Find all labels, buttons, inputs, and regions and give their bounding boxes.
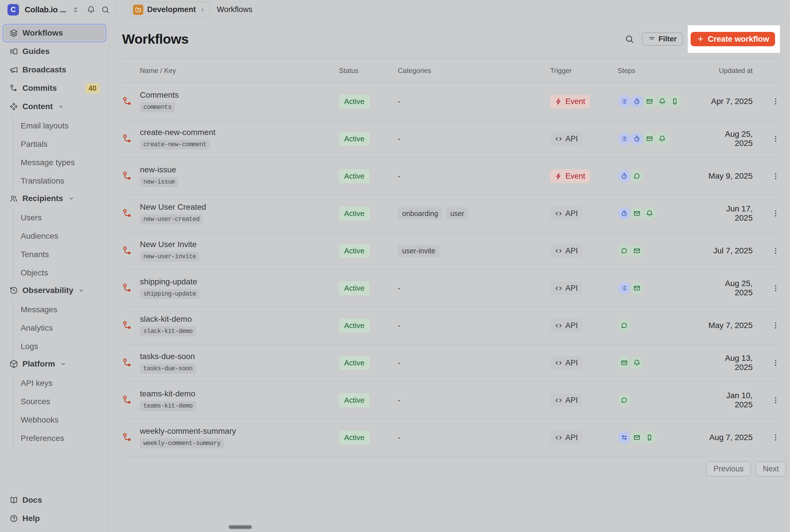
row-menu-kebab-icon[interactable] bbox=[771, 209, 780, 218]
workflow-key: teams-kit-demo bbox=[140, 401, 196, 411]
email-icon bbox=[633, 210, 641, 217]
code-icon bbox=[555, 210, 562, 217]
in-app-step bbox=[656, 95, 669, 108]
trigger-label: API bbox=[565, 246, 578, 255]
sidebar-item-preferences[interactable]: Preferences bbox=[13, 429, 105, 448]
workflow-icon bbox=[122, 320, 132, 330]
sidebar-item-logs[interactable]: Logs bbox=[13, 337, 105, 356]
workflow-key: new-user-invite bbox=[140, 252, 199, 262]
panels-icon bbox=[9, 47, 18, 56]
sidebar-search-icon[interactable] bbox=[101, 5, 110, 14]
sidebar-item-observability[interactable]: Observability bbox=[3, 282, 105, 299]
workflow-row-teams-kit-demo[interactable]: teams-kit-demo teams-kit-demo Active - A… bbox=[122, 382, 780, 419]
row-menu-kebab-icon[interactable] bbox=[771, 172, 780, 180]
sidebar-item-help[interactable]: Help bbox=[3, 510, 105, 527]
notifications-bell-icon[interactable] bbox=[87, 5, 95, 14]
steps-cell bbox=[618, 95, 707, 108]
updated-at: Apr 7, 2025 bbox=[707, 97, 753, 106]
workflow-row-comments[interactable]: Comments comments Active - Event Apr 7, … bbox=[122, 83, 780, 120]
sidebar-item-translations[interactable]: Translations bbox=[13, 172, 105, 190]
batch-step bbox=[618, 95, 631, 108]
workflow-row-new-user-invite[interactable]: New User Invite new-user-invite Active u… bbox=[122, 232, 780, 270]
row-menu-kebab-icon[interactable] bbox=[771, 321, 780, 330]
sidebar-item-workflows[interactable]: Workflows bbox=[3, 25, 105, 41]
updated-at: Aug 7, 2025 bbox=[707, 433, 753, 442]
sidebar-item-label: Docs bbox=[22, 495, 42, 505]
trigger-badge: API bbox=[550, 319, 583, 332]
sidebar-item-guides[interactable]: Guides bbox=[3, 43, 105, 60]
workflow-icon bbox=[122, 283, 132, 293]
sidebar-item-objects[interactable]: Objects bbox=[13, 264, 105, 282]
sidebar-item-tenants[interactable]: Tenants bbox=[13, 245, 105, 264]
row-menu-kebab-icon[interactable] bbox=[771, 97, 780, 106]
sidebar-item-platform[interactable]: Platform bbox=[3, 356, 105, 372]
email-icon bbox=[646, 98, 653, 105]
workflow-name: new-issue bbox=[140, 165, 176, 174]
fetch-icon bbox=[620, 434, 628, 441]
trigger-badge: API bbox=[550, 132, 583, 146]
chevrons-up-down-icon[interactable] bbox=[72, 6, 79, 14]
categories-cell: - bbox=[398, 284, 550, 293]
workflow-row-shipping-update[interactable]: shipping-update shipping-update Active -… bbox=[122, 270, 780, 307]
sidebar-item-api-keys[interactable]: API keys bbox=[13, 374, 105, 393]
sidebar-item-sources[interactable]: Sources bbox=[13, 393, 105, 411]
workflow-row-slack-kit-demo[interactable]: slack-kit-demo slack-kit-demo Active - A… bbox=[122, 307, 780, 344]
sidebar-item-recipients[interactable]: Recipients bbox=[3, 190, 105, 207]
workflow-icon bbox=[122, 395, 132, 405]
filter-button[interactable]: Filter bbox=[642, 33, 683, 46]
sidebar-item-broadcasts[interactable]: Broadcasts bbox=[3, 61, 105, 78]
column-header-status: Status bbox=[339, 66, 398, 75]
row-menu-kebab-icon[interactable] bbox=[771, 246, 780, 255]
sidebar-item-partials[interactable]: Partials bbox=[13, 135, 105, 153]
workflow-key: comments bbox=[140, 102, 175, 112]
chevron-right-icon bbox=[200, 7, 206, 13]
sidebar-item-webhooks[interactable]: Webhooks bbox=[13, 411, 105, 429]
delay-icon bbox=[620, 210, 628, 217]
steps-cell bbox=[618, 207, 707, 220]
next-page-button[interactable]: Next bbox=[755, 461, 786, 477]
workflow-name: shipping-update bbox=[140, 277, 197, 286]
updated-at: Aug 13, 2025 bbox=[707, 354, 753, 372]
steps-cell bbox=[618, 394, 707, 407]
create-workflow-button[interactable]: Create workflow bbox=[691, 32, 775, 46]
fetch-step bbox=[618, 431, 631, 444]
workflow-row-tasks-due-soon[interactable]: tasks-due-soon tasks-due-soon Active - A… bbox=[122, 344, 780, 382]
sidebar-item-audiences[interactable]: Audiences bbox=[13, 227, 105, 245]
row-menu-kebab-icon[interactable] bbox=[771, 396, 780, 404]
sidebar-item-message-types[interactable]: Message types bbox=[13, 153, 105, 172]
status-badge: Active bbox=[339, 244, 370, 258]
sidebar-item-users[interactable]: Users bbox=[13, 209, 105, 227]
code-icon bbox=[555, 247, 562, 255]
environment-switcher[interactable]: Development bbox=[130, 2, 210, 18]
sidebar-item-docs[interactable]: Docs bbox=[3, 492, 105, 509]
trigger-badge: API bbox=[550, 244, 583, 258]
workflow-row-weekly-comment-summary[interactable]: weekly-comment-summary weekly-comment-su… bbox=[122, 419, 780, 456]
delay-step bbox=[618, 207, 631, 220]
table-search-icon[interactable] bbox=[625, 35, 634, 44]
row-menu-kebab-icon[interactable] bbox=[771, 433, 780, 442]
trigger-badge: API bbox=[550, 356, 583, 370]
chevron-down-icon bbox=[60, 361, 66, 367]
workflow-icon bbox=[122, 171, 132, 181]
empty-categories-dash: - bbox=[398, 358, 401, 367]
horizontal-scrollbar-thumb[interactable] bbox=[228, 525, 252, 529]
sidebar-item-email-layouts[interactable]: Email layouts bbox=[13, 117, 105, 135]
workflow-row-new-user-created[interactable]: New User Created new-user-created Active… bbox=[122, 195, 780, 232]
status-badge: Active bbox=[339, 207, 370, 221]
sidebar-item-analytics[interactable]: Analytics bbox=[13, 319, 105, 337]
workflow-row-create-new-comment[interactable]: create-new-comment create-new-comment Ac… bbox=[122, 120, 780, 158]
batch-icon bbox=[620, 284, 628, 292]
categories-cell: - bbox=[398, 97, 550, 106]
sidebar-item-commits[interactable]: Commits40 bbox=[3, 80, 105, 96]
previous-page-button[interactable]: Previous bbox=[706, 461, 751, 477]
email-icon bbox=[633, 434, 641, 441]
email-step bbox=[630, 431, 643, 444]
row-menu-kebab-icon[interactable] bbox=[771, 284, 780, 292]
workflow-row-new-issue[interactable]: new-issue new-issue Active - Event May 9… bbox=[122, 158, 780, 195]
delay-step bbox=[630, 95, 643, 108]
row-menu-kebab-icon[interactable] bbox=[771, 134, 780, 143]
sidebar-item-messages[interactable]: Messages bbox=[13, 301, 105, 319]
sidebar-item-content[interactable]: Content bbox=[3, 98, 105, 115]
row-menu-kebab-icon[interactable] bbox=[771, 359, 780, 367]
status-badge: Active bbox=[339, 356, 370, 370]
